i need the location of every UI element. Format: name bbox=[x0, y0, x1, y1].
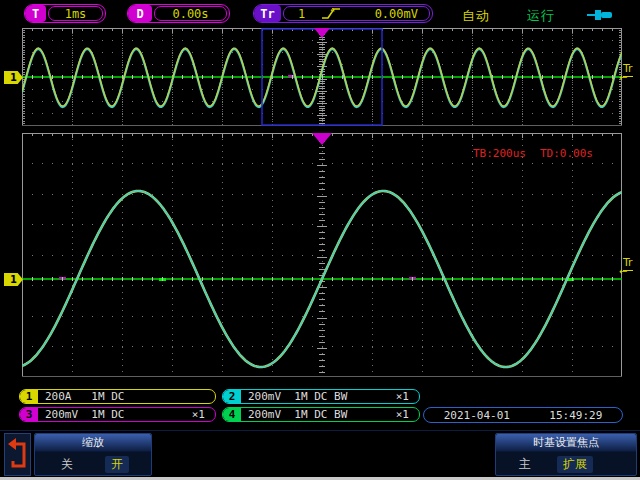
trigger-position-marker[interactable] bbox=[314, 28, 330, 38]
channel1-badge: 1 bbox=[20, 390, 38, 403]
trigger-level-value: 0.00mV bbox=[375, 7, 418, 21]
zoom-tb-value: TB:200us bbox=[473, 147, 526, 160]
main-waveform-window[interactable] bbox=[22, 28, 622, 126]
channel4-settings: 200mV 1M DC BW bbox=[248, 408, 347, 421]
trigger-position-marker[interactable] bbox=[312, 133, 332, 145]
channel2-settings: 200mV 1M DC BW bbox=[248, 390, 347, 403]
oscilloscope-screen: T 1ms D 0.00s Tr 1 0.00mV 自动 运行 1 1 bbox=[0, 0, 640, 480]
date-value: 2021-04-01 bbox=[444, 409, 510, 422]
timebase-readout[interactable]: T 1ms bbox=[24, 4, 106, 23]
run-state-label: 运行 bbox=[527, 7, 555, 25]
menu-back-button[interactable] bbox=[4, 433, 31, 476]
focus-main-option[interactable]: 主 bbox=[513, 456, 537, 473]
zoom-on-option[interactable]: 开 bbox=[105, 456, 129, 473]
ch1-position-marker-main[interactable]: 1 bbox=[4, 71, 23, 84]
channel3-badge: 3 bbox=[20, 408, 38, 421]
return-arrow-icon bbox=[7, 435, 29, 475]
ch1-position-marker-zoom[interactable]: 1 bbox=[4, 273, 23, 286]
trigger-source: 1 bbox=[298, 7, 305, 21]
trigger-mode-label: 自动 bbox=[462, 7, 490, 25]
trigger-readout[interactable]: Tr 1 0.00mV bbox=[253, 4, 433, 23]
channel3-probe: ×1 bbox=[192, 408, 205, 421]
soft-menu-bar: 缩放 关 开 时基设置焦点 主 扩展 bbox=[0, 430, 640, 478]
trigger-level-marker-zoom[interactable]: Tr ← bbox=[623, 258, 640, 276]
channel4-info[interactable]: 4 200mV 1M DC BW ×1 bbox=[222, 407, 420, 422]
timebase-badge: T bbox=[25, 5, 46, 22]
menu-zoom-title: 缩放 bbox=[35, 434, 151, 452]
timebase-value: 1ms bbox=[46, 7, 105, 21]
delay-value: 0.00s bbox=[152, 7, 229, 21]
menu-zoom: 缩放 关 开 bbox=[34, 433, 152, 476]
zoom-td-value: TD:0.00s bbox=[540, 147, 593, 160]
channel1-settings: 200A 1M DC bbox=[45, 390, 124, 403]
menu-timebase-focus: 时基设置焦点 主 扩展 bbox=[495, 433, 637, 476]
menu-timebase-focus-title: 时基设置焦点 bbox=[496, 434, 636, 452]
focus-extended-option[interactable]: 扩展 bbox=[557, 456, 593, 473]
delay-badge: D bbox=[128, 5, 152, 22]
channel2-badge: 2 bbox=[223, 390, 241, 403]
channel2-probe: ×1 bbox=[396, 390, 409, 403]
usb-plug-icon bbox=[586, 7, 614, 26]
channel4-probe: ×1 bbox=[396, 408, 409, 421]
zoom-timebase-readout: TB:200us TD:0.00s bbox=[473, 147, 593, 160]
datetime-display: 2021-04-01 15:49:29 bbox=[423, 407, 623, 423]
trigger-badge: Tr bbox=[254, 5, 281, 22]
zoom-waveform-window[interactable] bbox=[22, 133, 622, 377]
channel4-badge: 4 bbox=[223, 408, 241, 421]
channel1-info[interactable]: 1 200A 1M DC bbox=[19, 389, 216, 404]
trigger-level-marker-main[interactable]: Tr ← bbox=[623, 64, 640, 82]
zoom-off-option[interactable]: 关 bbox=[55, 456, 79, 473]
channel3-settings: 200mV 1M DC bbox=[45, 408, 124, 421]
time-value: 15:49:29 bbox=[549, 409, 602, 422]
delay-readout[interactable]: D 0.00s bbox=[127, 4, 230, 23]
channel3-info[interactable]: 3 200mV 1M DC ×1 bbox=[19, 407, 216, 422]
rising-edge-icon bbox=[321, 7, 341, 20]
channel2-info[interactable]: 2 200mV 1M DC BW ×1 bbox=[222, 389, 420, 404]
